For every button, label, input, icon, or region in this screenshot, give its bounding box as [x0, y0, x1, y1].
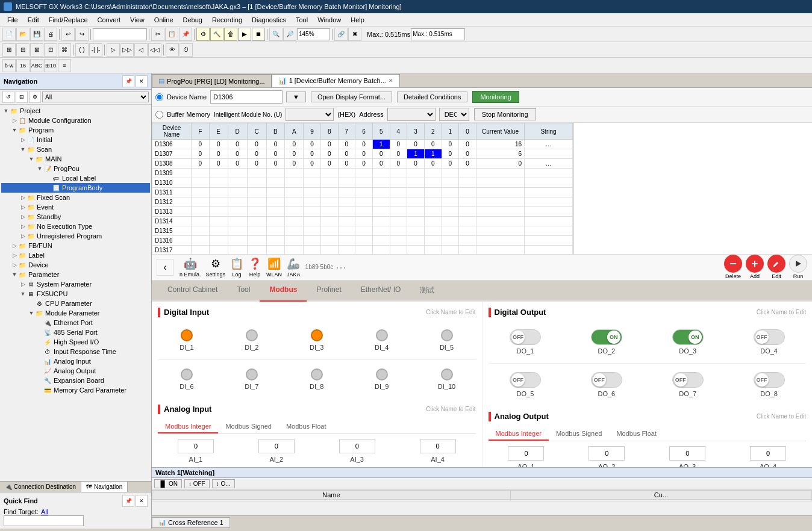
stop-monitoring-btn[interactable]: Stop Monitoring — [474, 108, 536, 120]
jaka-emula-btn[interactable]: 🤖 n Emula. — [180, 257, 201, 278]
time-combo[interactable] — [411, 28, 465, 40]
watch-other-btn[interactable]: ↕ O... — [212, 479, 235, 488]
menu-convert[interactable]: Convert — [93, 15, 126, 25]
tree-serial-485[interactable]: 📡 485 Serial Port — [1, 328, 150, 337]
nav-pin[interactable]: 📌 — [122, 75, 134, 87]
tb3-abc[interactable]: ABC — [30, 59, 43, 72]
address-select[interactable] — [387, 108, 436, 121]
ai-tab[interactable]: Modbus Float — [279, 420, 334, 433]
paste-btn[interactable]: 📌 — [179, 28, 192, 41]
tree-fx5ucpu[interactable]: ▼ 🖥 FX5UCPU — [1, 289, 150, 299]
jaka-nav-tab-profinet[interactable]: Profinet — [307, 281, 351, 302]
device-name-radio[interactable] — [155, 93, 163, 101]
tree-parameter[interactable]: ▼ 📁 Parameter — [1, 270, 150, 279]
ao-tab[interactable]: Modbus Float — [609, 427, 664, 441]
tab-progpou[interactable]: ▤ ProgPou [PRG] [LD] Monitoring... — [152, 74, 272, 87]
quick-find-input[interactable] — [4, 515, 84, 526]
jaka-nav-tab-control-cabinet[interactable]: Control Cabinet — [158, 281, 227, 302]
do-toggle[interactable]: OFF — [510, 329, 541, 345]
tab-device-close[interactable]: ✕ — [389, 78, 393, 84]
tb2-mon1[interactable]: ▷ — [107, 43, 120, 57]
tree-high-speed-io[interactable]: ⚡ High Speed I/O — [1, 337, 150, 347]
jaka-nav-tab-ethernet--io[interactable]: EtherNet/ IO — [351, 281, 411, 302]
tree-fixed-scan[interactable]: ▷ 📁 Fixed Scan — [1, 193, 150, 202]
undo-btn[interactable]: ↩ — [61, 28, 75, 41]
ai-tab[interactable]: Modbus Integer — [158, 420, 218, 433]
zoom-out-btn[interactable]: 🔍 — [269, 28, 283, 41]
tb2-btn3[interactable]: ⊠ — [30, 43, 43, 57]
tree-event[interactable]: ▷ 📁 Event — [1, 202, 150, 212]
new-btn[interactable]: 📄 — [2, 28, 16, 41]
tree-main[interactable]: ▼ 📁 MAIN — [1, 154, 150, 164]
tree-ethernet-port[interactable]: 🔌 Ethernet Port — [1, 318, 150, 328]
menu-debug[interactable]: Debug — [178, 15, 207, 25]
menu-view[interactable]: View — [125, 15, 149, 25]
clean-btn[interactable]: 🗑 — [224, 28, 237, 41]
tb2-btn1[interactable]: ⊞ — [2, 43, 16, 57]
menu-diagnostics[interactable]: Diagnostics — [247, 15, 291, 25]
watch-on-btn[interactable]: ▐▌ ON — [154, 479, 182, 488]
tree-local-label[interactable]: 🏷 Local Label — [1, 173, 150, 183]
tb2-btn5[interactable]: ⌘ — [58, 43, 71, 57]
connect-btn[interactable]: 🔗 — [334, 28, 348, 41]
open-display-format-btn[interactable]: Open Display Format... — [311, 92, 392, 102]
tree-program[interactable]: ▼ 📁 Program — [1, 125, 150, 135]
tree-project[interactable]: ▼ 📁 Project — [1, 106, 150, 116]
tb2-mon2[interactable]: ▷▷ — [120, 43, 134, 57]
nav-refresh[interactable]: ↺ — [2, 91, 14, 103]
add-btn[interactable] — [746, 255, 764, 273]
build-btn[interactable]: 🔨 — [210, 28, 223, 41]
quick-find-close[interactable]: ✕ — [136, 495, 148, 507]
tree-scan[interactable]: ▼ 📁 Scan — [1, 144, 150, 154]
watch-off-btn[interactable]: ↕ OFF — [184, 479, 210, 488]
device-name-dropdown[interactable]: ▼ — [286, 92, 306, 102]
tree-fb-fun[interactable]: ▷ 📁 FB/FUN — [1, 241, 150, 250]
tab-device-monitor[interactable]: 📊 1 [Device/Buffer Memory Batch... ✕ — [272, 74, 400, 87]
do-toggle[interactable]: ON — [591, 329, 622, 345]
nav-settings[interactable]: ⚙ — [29, 91, 41, 103]
back-btn[interactable]: ‹ — [157, 259, 173, 276]
tb3-misc[interactable]: ≡ — [58, 59, 71, 72]
device-name-input[interactable] — [210, 90, 283, 104]
tree-analog-output[interactable]: 📈 Analog Output — [1, 366, 150, 376]
tb2-watch1[interactable]: 👁 — [166, 43, 179, 57]
tree-memory-card[interactable]: 💳 Memory Card Parameter — [1, 385, 150, 395]
detailed-conditions-btn[interactable]: Detailed Conditions — [397, 92, 467, 102]
tb2-contact[interactable]: -| |- — [89, 43, 102, 57]
ao-tab[interactable]: Modbus Signed — [549, 427, 609, 441]
jaka-wlan-btn[interactable]: 📶 WLAN — [266, 257, 282, 278]
tree-program-body[interactable]: 📃 ProgramBody — [1, 183, 150, 193]
tree-input-response[interactable]: ⏱ Input Response Time — [1, 347, 150, 356]
nav-filter-combo[interactable]: All — [42, 92, 149, 102]
do-toggle[interactable]: OFF — [591, 372, 622, 388]
save-btn[interactable]: 💾 — [30, 28, 43, 41]
tb2-mon3[interactable]: ◁ — [134, 43, 148, 57]
tb2-mon4[interactable]: ◁◁ — [148, 43, 161, 57]
jaka-nav-tab-tool[interactable]: Tool — [227, 281, 260, 302]
module-combo[interactable] — [93, 28, 147, 40]
nav-close[interactable]: ✕ — [136, 75, 148, 87]
tree-device[interactable]: ▷ 📁 Device — [1, 260, 150, 270]
intelligent-module-select[interactable] — [286, 108, 334, 121]
navigation-tab[interactable]: 🗺 Navigation — [81, 482, 128, 492]
zoom-combo[interactable] — [297, 28, 330, 40]
zoom-in-btn[interactable]: 🔎 — [283, 28, 296, 41]
redo-btn[interactable]: ↪ — [75, 28, 89, 41]
jaka-nav-tab-modbus[interactable]: Modbus — [260, 281, 307, 302]
copy-btn[interactable]: 📋 — [165, 28, 178, 41]
tb3-10[interactable]: ⊞10 — [44, 59, 57, 72]
tree-module-config[interactable]: ▷ 📋 Module Configuration — [1, 116, 150, 125]
tree-module-parameter[interactable]: ▼ 📁 Module Parameter — [1, 308, 150, 318]
disconnect-btn[interactable]: ✖ — [348, 28, 361, 41]
run-btn[interactable] — [789, 255, 807, 273]
jaka-nav-tab---[interactable]: 测试 — [410, 281, 444, 302]
tree-label[interactable]: ▷ 📁 Label — [1, 250, 150, 260]
tb2-coil[interactable]: ( ) — [75, 43, 89, 57]
ao-tab[interactable]: Modbus Integer — [489, 427, 549, 441]
tb2-btn2[interactable]: ⊟ — [16, 43, 30, 57]
open-btn[interactable]: 📂 — [16, 28, 30, 41]
tb3-bw[interactable]: b-w — [2, 59, 16, 72]
ai-tab[interactable]: Modbus Signed — [218, 420, 278, 433]
tree-cpu-parameter[interactable]: ⚙ CPU Parameter — [1, 299, 150, 308]
cut-btn[interactable]: ✂ — [151, 28, 164, 41]
